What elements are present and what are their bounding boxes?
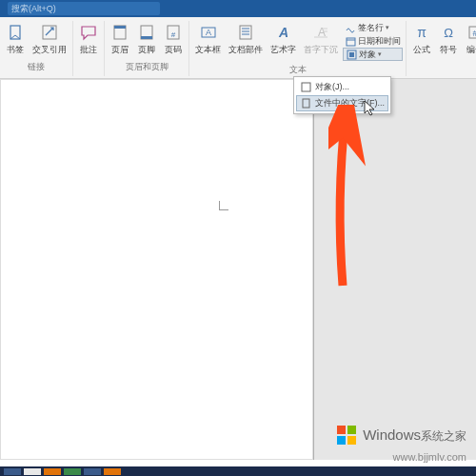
header-icon [110, 23, 129, 42]
group-comment: 批注 [73, 21, 105, 76]
file-icon [300, 98, 311, 109]
ribbon: 书签 交叉引用 链接 批注 [0, 17, 476, 79]
svg-text:A: A [205, 28, 210, 37]
group-label: 页眉和页脚 [126, 61, 169, 73]
svg-rect-31 [302, 83, 310, 91]
comment-button[interactable]: 批注 [76, 21, 101, 58]
object-dropdown-menu: 对象(J)... 文件中的文字(F)... [293, 76, 391, 114]
dropcap-icon: A [311, 23, 330, 42]
chevron-down-icon: ▾ [386, 24, 389, 31]
svg-text:#: # [171, 30, 176, 39]
svg-rect-34 [347, 426, 356, 434]
taskbar-item[interactable] [84, 468, 101, 475]
object-icon [300, 82, 311, 93]
pagenum-button[interactable]: # 页码 [161, 21, 186, 58]
menu-object-item[interactable]: 对象(J)... [296, 79, 388, 95]
svg-rect-5 [141, 36, 152, 39]
dropcap-button[interactable]: A 首字下沉 [301, 21, 341, 58]
menu-text-from-file-item[interactable]: 文件中的文字(F)... [296, 95, 388, 111]
footer-button[interactable]: 页脚 [134, 21, 159, 58]
svg-rect-0 [10, 26, 20, 39]
taskbar-item[interactable] [24, 468, 41, 475]
canvas-background [314, 79, 476, 460]
svg-rect-32 [303, 99, 309, 108]
parts-icon [236, 23, 255, 42]
svg-text:#: # [472, 29, 476, 38]
symbol-button[interactable]: Ω 符号 [436, 21, 461, 58]
group-links: 书签 交叉引用 链接 [0, 21, 73, 76]
svg-rect-3 [114, 26, 126, 29]
bookmark-button[interactable]: 书签 [3, 21, 28, 58]
svg-rect-10 [240, 26, 251, 39]
watermark: Windows系统之家 [336, 425, 466, 446]
title-bar: 搜索(Alt+Q) [0, 0, 476, 17]
taskbar-item[interactable] [44, 468, 61, 475]
svg-rect-22 [349, 52, 354, 57]
wordart-icon: A [274, 23, 293, 42]
group-text: A 文本框 文档部件 A 艺术字 A 首字下沉 [189, 21, 407, 76]
textbox-button[interactable]: A 文本框 [192, 21, 224, 58]
equation-icon: π [412, 23, 431, 42]
pagenum-icon: # [164, 23, 183, 42]
svg-rect-36 [347, 436, 356, 445]
sigline-button[interactable]: 签名行 ▾ [343, 21, 403, 34]
svg-text:A: A [277, 25, 288, 40]
svg-text:Ω: Ω [444, 26, 453, 40]
watermark-url: www.bjjmlv.com [393, 451, 466, 463]
crossref-button[interactable]: 交叉引用 [30, 21, 69, 58]
symbol-icon: Ω [439, 23, 458, 42]
svg-rect-19 [347, 38, 355, 46]
group-label: 文本 [289, 64, 307, 76]
datetime-button[interactable]: 日期和时间 [343, 34, 403, 48]
object-button[interactable]: 对象 ▾ [343, 48, 403, 61]
taskbar [0, 466, 476, 476]
taskbar-item[interactable] [104, 468, 121, 475]
object-icon [346, 49, 357, 60]
document-area [0, 79, 476, 460]
search-placeholder: 搜索(Alt+Q) [11, 3, 56, 15]
signature-icon [345, 22, 356, 33]
taskbar-item[interactable] [4, 468, 21, 475]
parts-button[interactable]: 文档部件 [226, 21, 266, 58]
number-icon: # [466, 23, 476, 42]
crossref-icon [40, 23, 59, 42]
chevron-down-icon: ▾ [378, 50, 382, 58]
comment-icon [79, 23, 98, 42]
margin-corner-mark [219, 201, 228, 210]
group-symbols: π 公式 Ω 符号 # 编号 [407, 21, 476, 76]
windows-logo-icon [336, 425, 357, 446]
watermark-brand: Windows系统之家 [363, 426, 466, 445]
textbox-icon: A [199, 23, 218, 42]
wordart-button[interactable]: A 艺术字 [268, 21, 299, 58]
group-headerfooter: 页眉 页脚 # 页码 页眉和页脚 [105, 21, 189, 76]
svg-rect-1 [43, 26, 56, 39]
svg-rect-33 [337, 426, 346, 434]
taskbar-item[interactable] [64, 468, 81, 475]
search-box[interactable]: 搜索(Alt+Q) [8, 2, 160, 15]
group-label: 链接 [28, 61, 45, 73]
datetime-icon [345, 35, 356, 47]
page[interactable] [0, 79, 314, 460]
header-button[interactable]: 页眉 [108, 21, 132, 58]
svg-text:π: π [417, 25, 426, 40]
bookmark-icon [6, 23, 25, 42]
number-button[interactable]: # 编号 [463, 21, 476, 58]
footer-icon [137, 23, 156, 42]
equation-button[interactable]: π 公式 [409, 21, 434, 58]
svg-rect-35 [337, 436, 346, 445]
